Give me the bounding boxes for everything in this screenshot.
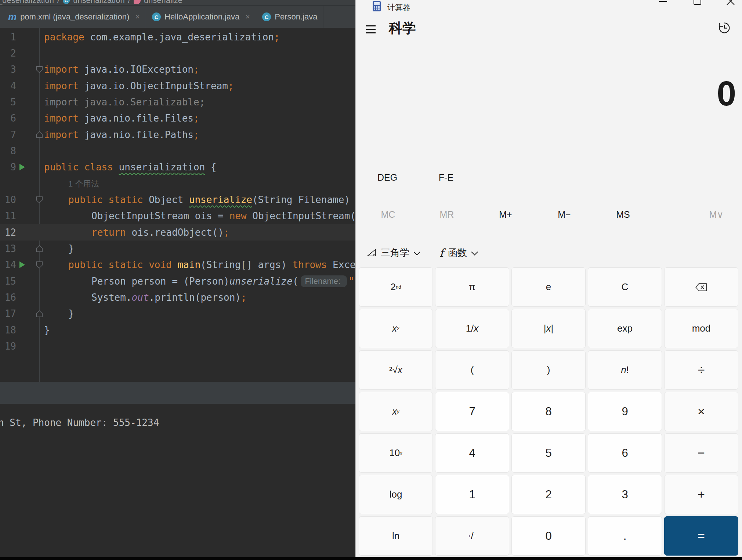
- tab-helloapplication[interactable]: C HelloApplication.java ×: [146, 6, 256, 28]
- log-button[interactable]: log: [359, 475, 433, 514]
- code-text: public static void main(String[] args) t…: [68, 259, 355, 270]
- x-power-y-button[interactable]: xy: [359, 392, 433, 431]
- code-text: ObjectInputStream ois = new ObjectInputS…: [91, 210, 355, 221]
- two-button[interactable]: 2: [511, 475, 586, 514]
- seven-button[interactable]: 7: [435, 392, 509, 431]
- line-number: 14: [0, 259, 16, 270]
- subtract-button[interactable]: −: [664, 433, 738, 473]
- function-dropdown[interactable]: f 函数: [439, 244, 476, 261]
- close-paren-button[interactable]: ): [511, 350, 586, 390]
- fold-icon[interactable]: [36, 66, 43, 73]
- one-button[interactable]: 1: [435, 475, 509, 514]
- x-squared-button[interactable]: x2: [359, 309, 433, 348]
- memory-flyout-button[interactable]: M∨: [698, 204, 735, 225]
- code-line-10: 10public static Object unserialize(Strin…: [0, 192, 355, 208]
- code-text: import java.io.ObjectInputStream;: [44, 80, 234, 91]
- equals-button[interactable]: =: [664, 516, 738, 556]
- fe-toggle-button[interactable]: F-E: [428, 169, 464, 185]
- code-line-8: 8: [0, 142, 355, 159]
- run-console[interactable]: n St, Phone Number: 555-1234: [0, 404, 355, 557]
- line-number: 19: [0, 341, 16, 352]
- zero-button[interactable]: 0: [511, 516, 586, 556]
- fold-icon[interactable]: [36, 196, 43, 203]
- factorial-button[interactable]: n!: [588, 350, 662, 390]
- divide-button[interactable]: ÷: [664, 350, 738, 390]
- code-text: }: [44, 325, 50, 336]
- fold-icon[interactable]: [36, 131, 43, 138]
- five-button[interactable]: 5: [511, 433, 586, 473]
- breadcrumb-item[interactable]: unserialize: [144, 0, 182, 5]
- open-paren-button[interactable]: (: [435, 350, 509, 390]
- trigonometry-label: 三角学: [381, 246, 409, 259]
- minimize-button[interactable]: [652, 0, 674, 15]
- calculator-title-bar[interactable]: 计算器: [356, 0, 742, 17]
- eight-button[interactable]: 8: [511, 392, 586, 431]
- ln-button[interactable]: ln: [359, 516, 433, 556]
- tab-label: HelloApplication.java: [164, 12, 239, 22]
- close-icon[interactable]: ×: [245, 12, 250, 22]
- line-number: 9: [0, 162, 16, 173]
- line-number: 17: [0, 308, 16, 319]
- breadcrumb-separator: /: [128, 0, 130, 5]
- plus-minus-button[interactable]: +/−: [435, 516, 509, 556]
- tab-label: Person.java: [275, 12, 317, 22]
- line-number: 5: [0, 97, 16, 108]
- angle-unit-button[interactable]: DEG: [369, 169, 406, 185]
- function-icon: f: [439, 246, 444, 259]
- memory-add-button[interactable]: M+: [476, 204, 535, 225]
- nine-button[interactable]: 9: [588, 392, 662, 431]
- fold-icon[interactable]: [36, 310, 43, 317]
- memory-store-button[interactable]: MS: [594, 204, 652, 225]
- decimal-button[interactable]: .: [588, 516, 662, 556]
- code-line-5: 5import java.io.Serializable;: [0, 94, 355, 110]
- fold-icon[interactable]: [36, 261, 43, 268]
- tab-pom-xml[interactable]: m pom.xml (java_deserialization) ×: [2, 6, 146, 28]
- close-button[interactable]: [719, 0, 741, 15]
- modulo-button[interactable]: mod: [664, 309, 738, 348]
- code-line-19: 19: [0, 338, 355, 355]
- euler-number-button[interactable]: e: [511, 267, 586, 307]
- code-text: import java.io.IOException;: [44, 64, 199, 75]
- second-function-button[interactable]: 2nd: [359, 267, 433, 307]
- calculator-app-icon: [371, 1, 382, 12]
- class-icon: C: [63, 0, 70, 4]
- ten-power-x-button[interactable]: 10x: [359, 433, 433, 473]
- breadcrumb-item[interactable]: unserialization: [73, 0, 125, 5]
- backspace-button[interactable]: [664, 267, 738, 307]
- code-line-12: 12return ois.readObject();: [0, 224, 355, 241]
- history-button[interactable]: [717, 21, 732, 35]
- line-number: 3: [0, 64, 16, 75]
- run-icon[interactable]: [19, 164, 25, 170]
- trigonometry-dropdown[interactable]: 三角学: [367, 244, 419, 261]
- three-button[interactable]: 3: [588, 475, 662, 514]
- line-number: 4: [0, 80, 16, 91]
- maven-icon: m: [8, 11, 17, 23]
- fold-icon[interactable]: [36, 245, 43, 252]
- line-number: 12: [0, 227, 16, 238]
- pi-button[interactable]: π: [435, 267, 509, 307]
- square-root-button[interactable]: ²√x: [359, 350, 433, 390]
- menu-button[interactable]: [364, 22, 379, 37]
- add-button[interactable]: +: [664, 475, 738, 514]
- close-icon[interactable]: ×: [135, 12, 140, 22]
- memory-clear-button[interactable]: MC: [359, 204, 417, 225]
- clear-button[interactable]: C: [588, 267, 662, 307]
- code-editor[interactable]: 1package com.example.java_deserializatio…: [0, 28, 355, 382]
- triangle-icon: [367, 248, 376, 257]
- breadcrumb: _deserialization / C unserialization / u…: [0, 0, 355, 6]
- line-number: 13: [0, 243, 16, 254]
- class-icon: C: [152, 12, 161, 21]
- four-button[interactable]: 4: [435, 433, 509, 473]
- multiply-button[interactable]: ×: [664, 392, 738, 431]
- absolute-value-button[interactable]: |x|: [511, 309, 586, 348]
- breadcrumb-item[interactable]: _deserialization: [0, 0, 54, 5]
- memory-recall-button[interactable]: MR: [417, 204, 476, 225]
- six-button[interactable]: 6: [588, 433, 662, 473]
- maximize-button[interactable]: [685, 0, 707, 15]
- memory-subtract-button[interactable]: M−: [535, 204, 594, 225]
- tab-person[interactable]: C Person.java: [256, 6, 323, 28]
- exponential-button[interactable]: exp: [588, 309, 662, 348]
- reciprocal-button[interactable]: 1/x: [435, 309, 509, 348]
- run-icon[interactable]: [19, 261, 25, 268]
- maximize-icon: [694, 0, 701, 5]
